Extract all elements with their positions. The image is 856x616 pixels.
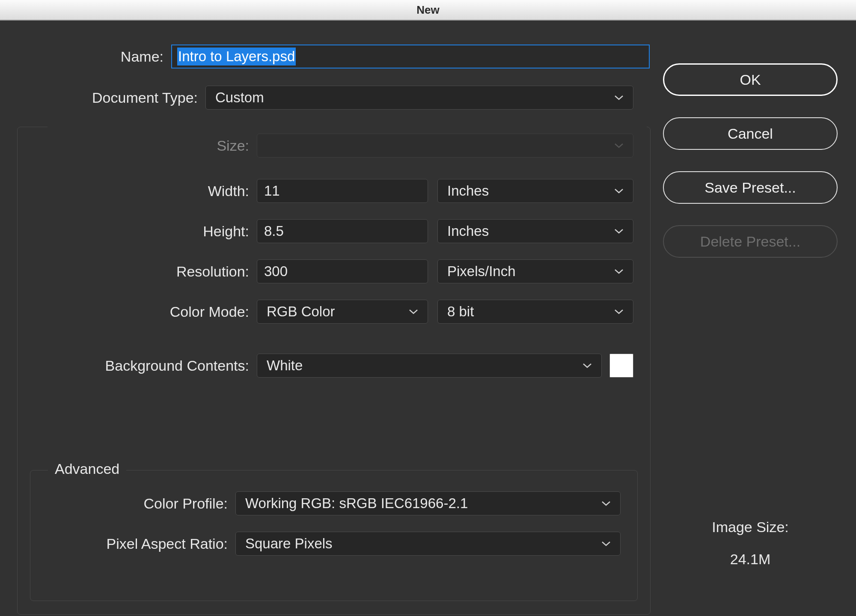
chevron-down-icon: [614, 141, 624, 151]
color-depth-value: 8 bit: [447, 304, 474, 320]
cancel-button-label: Cancel: [728, 125, 773, 142]
color-mode-select[interactable]: RGB Color: [257, 300, 428, 324]
background-contents-select[interactable]: White: [257, 354, 602, 378]
color-depth-select[interactable]: 8 bit: [437, 300, 633, 324]
delete-preset-button-label: Delete Preset...: [700, 233, 800, 250]
document-type-select[interactable]: Custom: [205, 86, 633, 110]
chevron-down-icon: [614, 93, 624, 103]
chevron-down-icon: [614, 307, 624, 317]
cancel-button[interactable]: Cancel: [663, 117, 838, 150]
advanced-legend: Advanced: [48, 461, 126, 477]
width-unit-select[interactable]: Inches: [437, 179, 633, 203]
chevron-down-icon: [601, 499, 611, 509]
window-title: New: [416, 3, 439, 17]
height-unit-select[interactable]: Inches: [437, 219, 633, 243]
delete-preset-button: Delete Preset...: [663, 225, 838, 258]
advanced-fields: Color Profile: Working RGB: sRGB IEC6196…: [30, 491, 638, 556]
name-input[interactable]: Intro to Layers.psd: [171, 45, 650, 68]
save-preset-button[interactable]: Save Preset...: [663, 171, 838, 204]
chevron-down-icon: [583, 361, 592, 371]
document-type-label: Document Type:: [17, 89, 205, 106]
save-preset-button-label: Save Preset...: [704, 179, 796, 196]
chevron-down-icon: [409, 307, 418, 317]
dialog-body: Name: Intro to Layers.psd Document Type:…: [0, 21, 856, 616]
height-label: Height:: [17, 223, 257, 240]
image-size-value: 24.1M: [663, 551, 838, 568]
background-contents-label: Background Contents:: [17, 357, 257, 374]
resolution-label: Resolution:: [17, 263, 257, 280]
width-label: Width:: [17, 183, 257, 199]
color-profile-value: Working RGB: sRGB IEC61966-2.1: [245, 495, 468, 512]
resolution-input[interactable]: [257, 259, 428, 283]
name-input-value: Intro to Layers.psd: [177, 48, 296, 65]
side-panel: OK Cancel Save Preset... Delete Preset..…: [663, 63, 838, 568]
chevron-down-icon: [614, 186, 624, 196]
resolution-unit-select[interactable]: Pixels/Inch: [437, 259, 633, 283]
color-profile-select[interactable]: Working RGB: sRGB IEC61966-2.1: [235, 491, 621, 515]
ok-button[interactable]: OK: [663, 63, 838, 96]
chevron-down-icon: [601, 539, 611, 549]
background-contents-value: White: [267, 357, 303, 374]
name-label: Name:: [17, 48, 171, 65]
height-unit-value: Inches: [447, 223, 489, 239]
color-profile-label: Color Profile:: [30, 495, 235, 512]
width-unit-value: Inches: [447, 183, 489, 199]
pixel-aspect-ratio-select[interactable]: Square Pixels: [235, 532, 621, 556]
pixel-aspect-ratio-label: Pixel Aspect Ratio:: [30, 536, 235, 552]
ok-button-label: OK: [740, 71, 761, 88]
document-type-value: Custom: [215, 89, 264, 106]
size-label: Size:: [17, 137, 257, 154]
chevron-down-icon: [614, 226, 624, 236]
height-input[interactable]: [257, 219, 428, 243]
titlebar: New: [0, 0, 856, 21]
color-mode-label: Color Mode:: [17, 304, 257, 320]
pixel-aspect-ratio-value: Square Pixels: [245, 536, 333, 552]
chevron-down-icon: [614, 267, 624, 277]
resolution-unit-value: Pixels/Inch: [447, 263, 516, 280]
image-size-label: Image Size:: [663, 519, 838, 536]
main-fields: Name: Intro to Layers.psd Document Type:…: [17, 45, 651, 416]
background-color-swatch[interactable]: [609, 354, 633, 378]
size-select: [257, 134, 633, 158]
color-mode-value: RGB Color: [267, 304, 335, 320]
width-input[interactable]: [257, 179, 428, 203]
